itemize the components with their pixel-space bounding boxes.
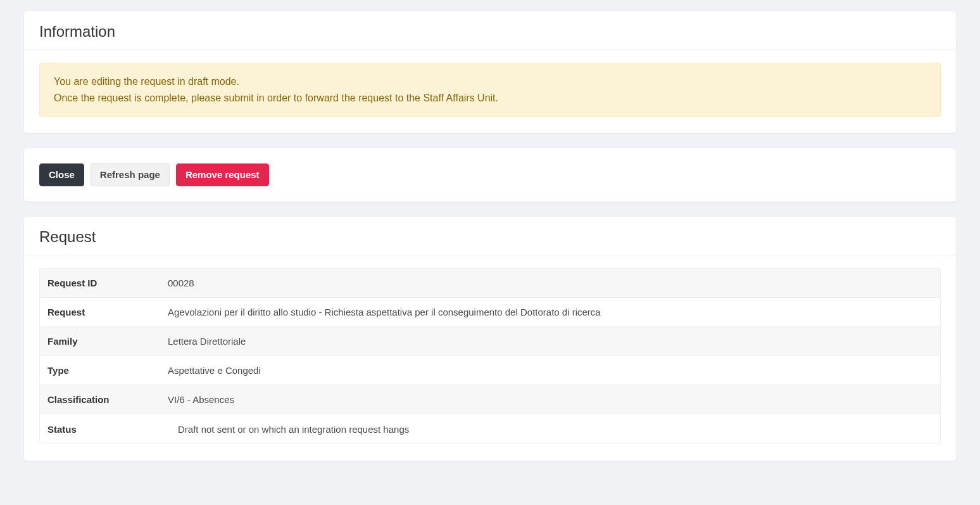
alert-line-1: You are editing the request in draft mod…: [54, 74, 926, 90]
information-card: Information You are editing the request …: [24, 11, 956, 133]
details-label: Request: [40, 299, 160, 325]
remove-request-button[interactable]: Remove request: [176, 163, 269, 186]
details-value: Aspettative e Congedi: [160, 357, 940, 383]
details-value: VI/6 - Absences: [160, 387, 940, 412]
details-row: FamilyLettera Direttoriale: [40, 327, 940, 356]
request-title: Request: [39, 228, 941, 246]
details-row: TypeAspettative e Congedi: [40, 356, 940, 385]
details-value: 00028: [160, 270, 940, 296]
actions-card: Close Refresh page Remove request: [24, 148, 956, 201]
actions-row: Close Refresh page Remove request: [24, 148, 956, 201]
details-row: Request ID00028: [40, 269, 940, 298]
refresh-page-button[interactable]: Refresh page: [91, 163, 170, 186]
details-label: Family: [40, 328, 160, 354]
details-label: Request ID: [40, 270, 160, 296]
request-header: Request: [24, 217, 956, 255]
details-value: Agevolazioni per il diritto allo studio …: [160, 299, 940, 325]
information-body: You are editing the request in draft mod…: [24, 50, 956, 133]
details-row: ClassificationVI/6 - Absences: [40, 385, 940, 414]
details-label: Classification: [40, 387, 160, 412]
information-header: Information: [24, 11, 956, 50]
close-button[interactable]: Close: [39, 163, 84, 186]
details-value: Draft not sent or on which an integratio…: [160, 416, 940, 442]
draft-mode-alert: You are editing the request in draft mod…: [39, 63, 941, 117]
details-row: RequestAgevolazioni per il diritto allo …: [40, 298, 940, 327]
request-details-table: Request ID00028RequestAgevolazioni per i…: [39, 268, 941, 444]
request-card: Request Request ID00028RequestAgevolazio…: [24, 217, 956, 461]
information-title: Information: [39, 23, 941, 41]
request-body: Request ID00028RequestAgevolazioni per i…: [24, 255, 956, 461]
details-row: StatusDraft not sent or on which an inte…: [40, 414, 940, 444]
details-label: Status: [40, 416, 160, 442]
details-value: Lettera Direttoriale: [160, 328, 940, 354]
alert-line-2: Once the request is complete, please sub…: [54, 90, 926, 106]
details-label: Type: [40, 357, 160, 383]
